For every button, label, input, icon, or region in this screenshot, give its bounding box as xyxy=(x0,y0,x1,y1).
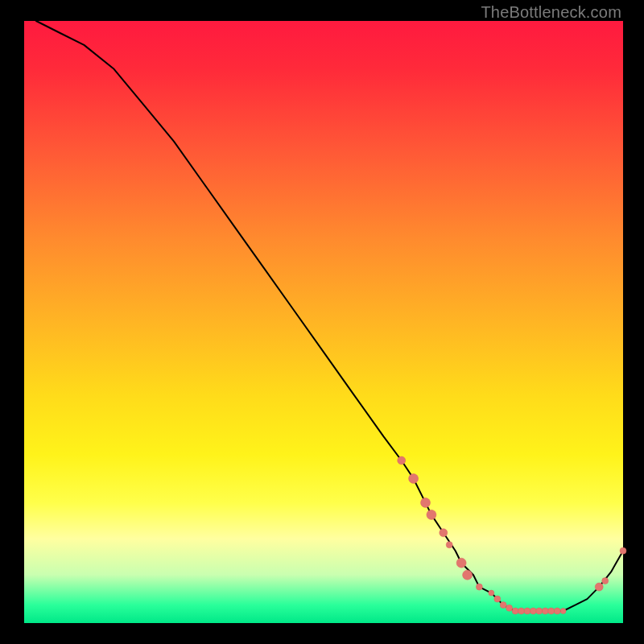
watermark-text: TheBottleneck.com xyxy=(481,3,621,22)
curve-marker xyxy=(542,608,548,614)
curve-marker xyxy=(524,608,530,614)
curve-marker xyxy=(518,608,525,614)
chart-stage: TheBottleneck.com xyxy=(0,0,644,644)
curve-marker xyxy=(409,474,419,484)
curve-marker xyxy=(494,596,501,602)
curve-marker xyxy=(548,608,555,614)
curve-marker xyxy=(421,497,431,507)
curve-svg xyxy=(24,21,623,623)
plot-area xyxy=(24,21,623,623)
curve-marker xyxy=(446,542,452,548)
curve-marker xyxy=(456,558,466,568)
curve-marker xyxy=(620,547,626,554)
curve-marker xyxy=(463,570,473,580)
curve-marker xyxy=(398,456,406,464)
curve-marker xyxy=(512,608,518,614)
curve-marker xyxy=(602,578,609,584)
curve-marker xyxy=(506,605,513,611)
curve-marker xyxy=(489,590,494,596)
curve-marker xyxy=(530,608,536,614)
curve-marker xyxy=(427,510,436,519)
curve-marker xyxy=(440,529,448,537)
curve-marker xyxy=(560,609,566,614)
curve-marker xyxy=(536,608,543,614)
curve-marker xyxy=(554,608,560,614)
curve-markers xyxy=(398,456,626,614)
curve-marker xyxy=(476,584,482,590)
curve-marker xyxy=(595,583,603,591)
curve-marker xyxy=(500,602,506,609)
bottleneck-curve xyxy=(36,21,623,611)
